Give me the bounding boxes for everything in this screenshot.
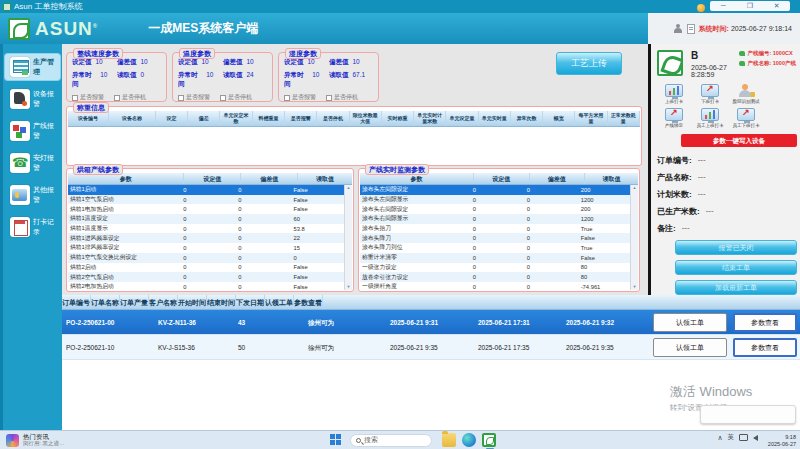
maximize-button[interactable]: ❐ <box>737 1 764 11</box>
file-explorer-icon[interactable] <box>442 433 456 447</box>
write-params-button[interactable]: 参数一键写入设备 <box>681 134 797 147</box>
view-params-button[interactable]: 参数查看 <box>733 338 797 357</box>
asun-app-taskbar-icon[interactable] <box>482 433 496 447</box>
param-cell: 烘箱1排风频率设定 <box>68 243 181 252</box>
sidebar-item-line-alarm[interactable]: 产线报警 <box>5 118 60 144</box>
stop-checkbox[interactable] <box>220 95 226 101</box>
edge-browser-icon[interactable] <box>462 433 476 447</box>
param-row[interactable]: 烘箱1电加热启动 0 0 False <box>68 204 344 214</box>
param-row[interactable]: 烘箱1空气泵启动 0 0 False <box>68 195 344 205</box>
sidebar-item-production[interactable]: 生产管理 <box>5 54 60 80</box>
clock-in-button[interactable]: 上班打卡 <box>657 84 691 104</box>
display-icon[interactable] <box>739 434 748 441</box>
param-row[interactable]: 烘箱1温度显示 0 0 53.8 <box>68 224 344 234</box>
clock-out-button[interactable]: 下班打卡 <box>693 84 727 104</box>
line-bind-button[interactable]: 产线绑定 <box>657 108 691 128</box>
employee-clock-out-button[interactable]: 员工下班打卡 <box>729 108 763 128</box>
param-row[interactable]: 烘箱1进风频率设定 0 0 22 <box>68 233 344 243</box>
face-recognition-test-button[interactable]: 脸部识别测试 <box>729 84 763 104</box>
sidebar-item-equipment-alarm[interactable]: 设备报警 <box>5 86 60 112</box>
alarm-checkbox[interactable] <box>72 95 78 101</box>
process-upload-button[interactable]: 工艺上传 <box>556 52 622 75</box>
param-cell: 0 <box>236 197 291 203</box>
param-cell: 烘箱1电加热启动 <box>68 205 181 214</box>
scrollbar[interactable]: ▲▼ <box>344 185 352 290</box>
param-cell: 0 <box>471 255 525 261</box>
abnormal-time-value: 10 <box>312 71 329 89</box>
alarm-checkbox[interactable] <box>178 95 184 101</box>
param-cell: 0 <box>181 245 236 251</box>
param-cell: 0 <box>236 264 291 270</box>
taskbar-clock[interactable]: 9:18 2025-06-27 <box>768 434 796 447</box>
param-row[interactable]: 烘箱2电加热启动 0 0 False <box>68 282 344 290</box>
param-row[interactable]: 烘箱1空气泵交换比例设定 0 0 0 <box>68 253 344 263</box>
claim-order-button[interactable]: 认领工单 <box>653 338 727 357</box>
line-chart-monitor-icon <box>665 108 683 121</box>
param-cell: 53.8 <box>292 226 344 232</box>
param-row[interactable]: 一级张力设定 0 0 80 <box>360 263 630 273</box>
action-button[interactable]: 报警已关闭 <box>675 240 797 255</box>
scroll-down-icon[interactable]: ▼ <box>345 284 352 290</box>
set-label: 设定值 <box>178 58 198 67</box>
param-row[interactable]: 涂布头左间隙设定 0 0 200 <box>360 185 630 195</box>
action-button[interactable]: 加载最新工单 <box>675 280 797 295</box>
scrollbar[interactable]: ▲▼ <box>630 185 638 290</box>
param-row[interactable]: 烘箱2启动 0 0 False <box>68 263 344 273</box>
param-cell: 15 <box>292 245 344 251</box>
sidebar-item-label: 生产管理 <box>33 57 58 77</box>
orders-column-label: 客户名称 <box>149 295 178 309</box>
param-row[interactable]: 一级摆杆角度 0 0 -74.961 <box>360 282 630 290</box>
alarm-checkbox-label: 是否报警 <box>292 93 316 102</box>
param-row[interactable]: 烘箱1启动 0 0 False <box>68 185 344 195</box>
close-button[interactable]: ✕ <box>763 1 790 11</box>
sidebar-item-clock-record[interactable]: 打卡记录 <box>5 214 60 240</box>
production-icon <box>10 57 30 77</box>
scroll-up-icon[interactable]: ▲ <box>631 185 638 191</box>
field-value: --- <box>682 223 690 234</box>
param-row[interactable]: 涂布头降刀 0 0 False <box>360 233 630 243</box>
sidebar-item-andon-alarm[interactable]: ☎ 安灯报警 <box>5 150 60 176</box>
param-cell: 0 <box>236 255 291 261</box>
taskbar-search[interactable]: 搜索 <box>350 434 432 447</box>
ime-language-indicator[interactable]: 英 <box>728 433 735 442</box>
param-row[interactable]: 涂布头抬刀 0 0 True <box>360 224 630 234</box>
stop-checkbox[interactable] <box>326 95 332 101</box>
param-row[interactable]: 烘箱2空气泵启动 0 0 False <box>68 272 344 282</box>
line-icon <box>739 51 745 56</box>
param-cell: 0 <box>525 197 579 203</box>
param-row[interactable]: 涂布头左间隙显示 0 0 1200 <box>360 195 630 205</box>
sidebar-item-other-alarm[interactable]: 其他报警 <box>5 182 60 208</box>
scroll-up-icon[interactable]: ▲ <box>345 185 352 191</box>
speaker-icon[interactable] <box>753 435 758 441</box>
param-row[interactable]: 涂布头右间隙设定 0 0 200 <box>360 204 630 214</box>
log-icon[interactable] <box>687 24 695 34</box>
scroll-down-icon[interactable]: ▼ <box>631 284 638 290</box>
action-button[interactable]: 结束工单 <box>675 260 797 275</box>
order-info-field: 计划米数: --- <box>657 189 796 200</box>
param-row[interactable]: 烘箱1温度设定 0 0 60 <box>68 214 344 224</box>
alarm-checkbox[interactable] <box>284 95 290 101</box>
order-row[interactable]: PO-2-250621-00 KV-Z-N11-36 43 徐州可为 2025-… <box>62 310 800 335</box>
param-row[interactable]: 涂布头右间隙显示 0 0 1200 <box>360 214 630 224</box>
employee-clock-in-button[interactable]: 员工上班打卡 <box>693 108 727 128</box>
weigh-column-label: 料槽重量 <box>258 116 278 122</box>
minimize-button[interactable]: ─ <box>710 1 737 11</box>
sidebar-item-label: 其他报警 <box>33 185 58 205</box>
order-customer: 徐州可为 <box>304 335 386 359</box>
button-label: 加载最新工单 <box>715 284 757 291</box>
param-row[interactable]: 涂布头降刀到位 0 0 True <box>360 243 630 253</box>
start-button[interactable] <box>330 434 342 446</box>
stop-checkbox[interactable] <box>114 95 120 101</box>
order-row[interactable]: PO-2-250621-10 KV-J-S15-36 50 徐州可为 2025-… <box>62 335 800 360</box>
tray-expand-icon[interactable]: ∧ <box>717 434 722 442</box>
bar-chart-monitor-icon <box>665 84 683 97</box>
claim-order-button[interactable]: 认领工单 <box>653 313 727 332</box>
param-row[interactable]: 称重计米清零 0 0 False <box>360 253 630 263</box>
right-panel: B 2025-06-27 8:28:59 产线编号: 1000CX 产线名称: … <box>648 44 800 295</box>
param-cell: 0 <box>181 206 236 212</box>
user-icon[interactable] <box>673 24 683 34</box>
widgets-button[interactable]: 热门资讯 闵行用: 黑之迹… <box>6 433 65 447</box>
param-row[interactable]: 放卷牵引张力设定 0 0 80 <box>360 272 630 282</box>
param-row[interactable]: 烘箱1排风频率设定 0 0 15 <box>68 243 344 253</box>
view-params-button[interactable]: 参数查看 <box>733 313 797 332</box>
